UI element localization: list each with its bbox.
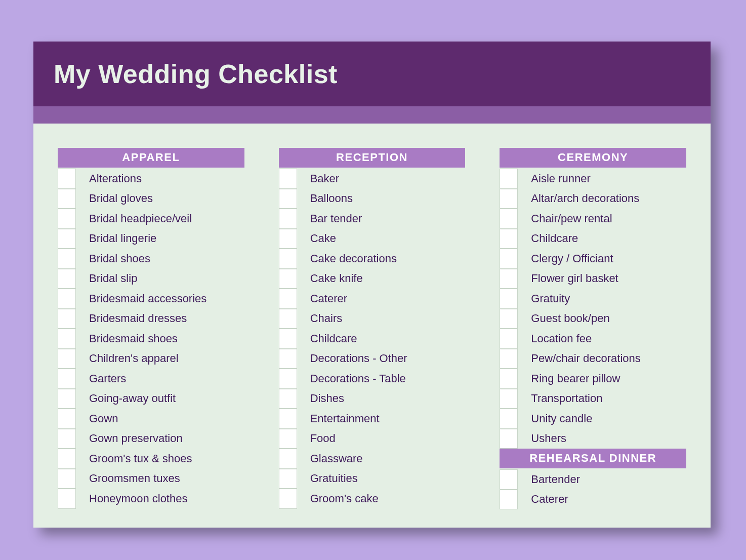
- checkbox[interactable]: [279, 489, 297, 509]
- checkbox[interactable]: [279, 289, 297, 309]
- checklist-item: Decorations - Table: [279, 369, 466, 389]
- checklist-item-label: Caterer: [309, 292, 466, 305]
- spacer: [297, 209, 309, 229]
- checkbox[interactable]: [58, 369, 76, 389]
- checkbox[interactable]: [58, 269, 76, 289]
- spacer: [76, 409, 88, 429]
- checkbox[interactable]: [500, 490, 518, 510]
- checklist-item-label: Childcare: [530, 232, 686, 245]
- checkbox[interactable]: [58, 489, 76, 509]
- spacer: [297, 349, 309, 369]
- checkbox[interactable]: [58, 429, 76, 449]
- spacer: [297, 269, 309, 289]
- checkbox[interactable]: [279, 469, 297, 489]
- checkbox[interactable]: [279, 429, 297, 449]
- checklist-item-label: Bartender: [530, 473, 686, 486]
- spacer: [76, 169, 88, 189]
- checklist-item-label: Gown preservation: [88, 432, 244, 445]
- checklist-item: Chair/pew rental: [500, 209, 686, 229]
- checklist-item-label: Glassware: [309, 452, 466, 465]
- checklist-item: Transportation: [500, 389, 686, 409]
- checkbox[interactable]: [58, 409, 76, 429]
- checkbox[interactable]: [500, 189, 518, 209]
- checklist-item: Decorations - Other: [279, 349, 466, 369]
- checkbox[interactable]: [500, 169, 518, 189]
- checklist-item-label: Bridal slip: [88, 272, 244, 285]
- checkbox[interactable]: [58, 309, 76, 329]
- checkbox[interactable]: [279, 449, 297, 469]
- spacer: [76, 309, 88, 329]
- checkbox[interactable]: [500, 389, 518, 409]
- checkbox[interactable]: [500, 209, 518, 229]
- checklist-item-label: Decorations - Table: [309, 372, 466, 385]
- checklist-item-label: Aisle runner: [530, 172, 686, 185]
- checkbox[interactable]: [279, 329, 297, 349]
- spacer: [297, 189, 309, 209]
- checkbox[interactable]: [58, 469, 76, 489]
- checklist-item: Chairs: [279, 309, 466, 329]
- checkbox[interactable]: [58, 189, 76, 209]
- checkbox[interactable]: [500, 329, 518, 349]
- checklist-item: Childcare: [500, 229, 686, 249]
- checkbox[interactable]: [279, 349, 297, 369]
- checkbox[interactable]: [500, 369, 518, 389]
- checkbox[interactable]: [58, 249, 76, 269]
- checklist-item-label: Going-away outfit: [88, 392, 244, 405]
- checkbox[interactable]: [279, 229, 297, 249]
- checkbox[interactable]: [279, 309, 297, 329]
- checklist-item-label: Chairs: [309, 312, 466, 325]
- checklist-item: Flower girl basket: [500, 269, 686, 289]
- checkbox[interactable]: [58, 449, 76, 469]
- checkbox[interactable]: [500, 309, 518, 329]
- checkbox[interactable]: [279, 209, 297, 229]
- checklist-item-label: Honeymoon clothes: [88, 492, 244, 505]
- checkbox[interactable]: [58, 389, 76, 409]
- checklist-item: Unity candle: [500, 409, 686, 429]
- spacer: [76, 249, 88, 269]
- checkbox[interactable]: [279, 369, 297, 389]
- checklist-item: Alterations: [58, 169, 244, 189]
- checkbox[interactable]: [58, 169, 76, 189]
- checklist-item: Balloons: [279, 189, 466, 209]
- spacer: [297, 329, 309, 349]
- checklist-item-label: Decorations - Other: [309, 352, 466, 365]
- spacer: [76, 389, 88, 409]
- checklist-item: Glassware: [279, 449, 466, 469]
- checkbox[interactable]: [500, 269, 518, 289]
- checkbox[interactable]: [500, 469, 518, 490]
- spacer: [297, 489, 309, 509]
- checkbox[interactable]: [500, 409, 518, 429]
- checklist-item: Guest book/pen: [500, 309, 686, 329]
- spacer: [297, 289, 309, 309]
- checkbox[interactable]: [279, 269, 297, 289]
- checkbox[interactable]: [500, 349, 518, 369]
- checklist-item-label: Children's apparel: [88, 352, 244, 365]
- checkbox[interactable]: [500, 429, 518, 449]
- spacer: [297, 229, 309, 249]
- checkbox[interactable]: [500, 249, 518, 269]
- spacer: [297, 429, 309, 449]
- checkbox[interactable]: [279, 249, 297, 269]
- checklist-item: Garters: [58, 369, 244, 389]
- checkbox[interactable]: [500, 229, 518, 249]
- checklist-item-label: Bridal shoes: [88, 252, 244, 265]
- checklist-item: Aisle runner: [500, 169, 686, 189]
- checklist-item: Caterer: [279, 289, 466, 309]
- spacer: [297, 449, 309, 469]
- checkbox[interactable]: [279, 409, 297, 429]
- checklist-item-label: Flower girl basket: [530, 272, 686, 285]
- spacer: [518, 169, 530, 189]
- checklist-item-label: Bridesmaid shoes: [88, 332, 244, 345]
- checkbox[interactable]: [58, 209, 76, 229]
- checkbox[interactable]: [279, 189, 297, 209]
- checkbox[interactable]: [58, 349, 76, 369]
- checkbox[interactable]: [279, 389, 297, 409]
- checklist-item-label: Bar tender: [309, 212, 466, 225]
- checkbox[interactable]: [58, 229, 76, 249]
- checkbox[interactable]: [279, 169, 297, 189]
- spacer: [297, 249, 309, 269]
- spacer: [76, 329, 88, 349]
- checkbox[interactable]: [58, 329, 76, 349]
- checkbox[interactable]: [58, 289, 76, 309]
- checkbox[interactable]: [500, 289, 518, 309]
